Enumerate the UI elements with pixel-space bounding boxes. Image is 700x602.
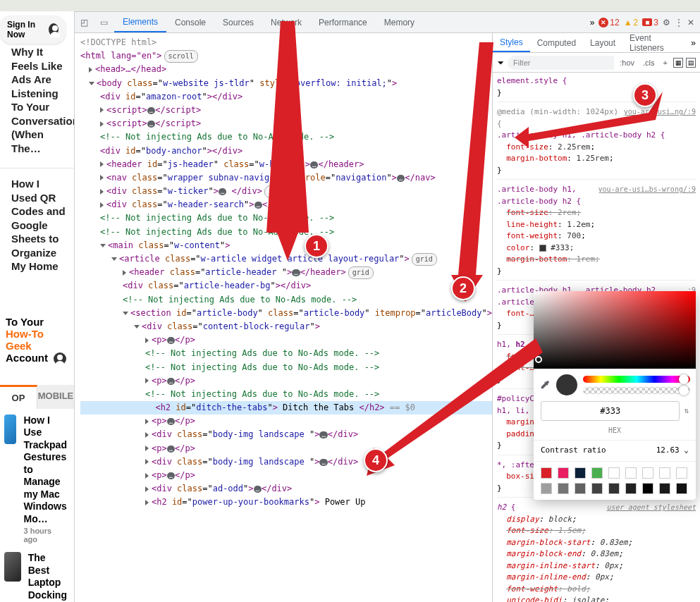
styles-tab-styles[interactable]: Styles (493, 33, 530, 52)
trending-article-2[interactable]: How I Used QR Codes and Google Sheets to… (0, 174, 74, 281)
grid-icon[interactable]: ▤ (686, 58, 696, 68)
more-tabs-icon[interactable]: » (590, 18, 595, 27)
styles-sidebar: Styles Computed Layout Event Listeners »… (492, 33, 700, 602)
avatar-icon (49, 23, 59, 36)
selected-element: <h2 id="ditch-the-tabs"> Ditch the Tabs … (80, 401, 492, 414)
marker-4: 4 (364, 448, 388, 472)
marker-2: 2 (451, 276, 475, 300)
styles-tab-computed[interactable]: Computed (530, 33, 583, 52)
tab-mobile[interactable]: MOBILE (37, 385, 74, 409)
sign-in-label: Sign In Now (7, 20, 44, 39)
tab-memory[interactable]: Memory (376, 12, 423, 32)
inspect-icon[interactable]: ◰ (75, 18, 94, 27)
filter-icon: ⏷ (497, 59, 505, 67)
tab-network[interactable]: Network (262, 12, 310, 32)
format-toggle-icon[interactable]: ⇅ (684, 405, 689, 417)
devtools-toolbar: ◰ ▭ Elements Console Sources Network Per… (75, 12, 700, 33)
tab-console[interactable]: Console (166, 12, 214, 32)
kebab-icon[interactable]: ⋮ (675, 18, 683, 27)
flex-icon[interactable]: ▦ (673, 58, 683, 68)
color-palette[interactable] (534, 461, 696, 500)
color-swatch[interactable] (539, 245, 546, 252)
eyedropper-icon[interactable] (539, 379, 551, 391)
hex-input[interactable]: #333 (541, 401, 680, 421)
warning-count[interactable]: ▲2 (624, 18, 639, 27)
elements-tree[interactable]: <!DOCTYPE html> <html lang="en">scroll <… (75, 33, 492, 602)
alpha-slider[interactable] (583, 387, 690, 394)
devtools-panel: ◰ ▭ Elements Console Sources Network Per… (75, 11, 700, 602)
issue-count[interactable]: ■3 (642, 18, 658, 27)
saturation-area[interactable] (534, 291, 696, 369)
current-color-swatch (556, 374, 577, 395)
tab-performance[interactable]: Performance (310, 12, 376, 32)
close-icon[interactable]: ✕ (687, 18, 694, 27)
list-item[interactable]: How I Use Trackpad Gestures to Manage my… (0, 409, 74, 547)
marker-1: 1 (305, 234, 328, 258)
contrast-row[interactable]: Contrast ratio 12.63 ⌄ (534, 440, 696, 461)
tab-elements[interactable]: Elements (114, 12, 166, 32)
tab-sources[interactable]: Sources (214, 12, 262, 32)
thumbnail (4, 414, 16, 444)
color-picker-popup[interactable]: #333 ⇅ HEX Contrast ratio 12.63 ⌄ (534, 291, 696, 500)
cls-button[interactable]: .cls (640, 57, 658, 68)
css-rules[interactable]: element.style {} you-are-usi…ng/:9 @medi… (493, 73, 700, 602)
tab-op[interactable]: OP (0, 385, 37, 409)
thumbnail (4, 552, 21, 582)
hov-button[interactable]: :hov (617, 57, 637, 68)
list-item[interactable]: The Best Laptop Docking Stations of 2025… (0, 546, 74, 602)
marker-3: 3 (633, 83, 657, 107)
article-sidebar: Sign In Now Why It Feels Like Ads Are Li… (0, 11, 75, 602)
device-icon[interactable]: ▭ (94, 18, 114, 27)
more-styles-tabs[interactable]: » (687, 38, 700, 48)
trending-article-1[interactable]: Why It Feels Like Ads Are Listening To Y… (0, 42, 74, 162)
error-count[interactable]: ✕12 (598, 18, 619, 27)
sign-in-button[interactable]: Sign In Now (0, 16, 66, 44)
new-rule-icon[interactable]: + (661, 57, 670, 68)
hue-slider[interactable] (583, 376, 690, 383)
settings-icon[interactable]: ⚙ (663, 18, 670, 27)
styles-tab-layout[interactable]: Layout (583, 33, 622, 52)
styles-tab-eventlisteners[interactable]: Event Listeners (622, 33, 687, 52)
styles-filter-input[interactable]: Filter (508, 56, 614, 70)
account-icon (54, 352, 66, 365)
newsletter-line: To Your How-To Geek Account (0, 316, 74, 365)
